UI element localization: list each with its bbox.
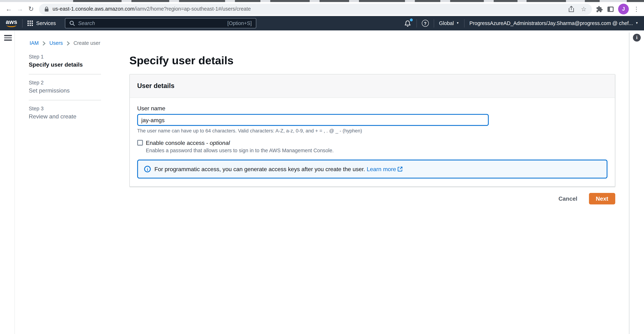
breadcrumb-iam[interactable]: IAM: [30, 40, 39, 46]
step3-label: Step 3: [29, 106, 101, 111]
account-label: ProgressAzureAD_Administrators/Jay.Sharm…: [469, 20, 633, 26]
hamburger-menu-icon[interactable]: [4, 35, 12, 42]
caret-down-icon: ▼: [456, 22, 459, 24]
url-path: /iamv2/home?region=ap-southeast-1#/users…: [134, 6, 251, 12]
panel-title: User details: [137, 82, 607, 90]
url-bar[interactable]: us-east-1.console.aws.amazon.com/iamv2/h…: [39, 4, 592, 15]
notification-dot: [410, 18, 413, 21]
cancel-button[interactable]: Cancel: [558, 196, 577, 202]
username-input[interactable]: [137, 114, 489, 126]
learn-more-link[interactable]: Learn more: [367, 166, 396, 173]
optional-flag: optional: [210, 139, 230, 146]
step2-label: Step 2: [29, 80, 101, 85]
share-icon[interactable]: [568, 6, 574, 13]
browser-menu-icon[interactable]: ⋮: [634, 6, 639, 13]
info-alert: i For programmatic access, you can gener…: [137, 160, 607, 179]
wizard-steps: Step 1 Specify user details Step 2 Set p…: [29, 54, 101, 120]
forward-icon[interactable]: →: [14, 2, 26, 16]
breadcrumb: IAM Users Create user: [30, 40, 100, 46]
username-label: User name: [137, 105, 607, 112]
side-rail: [0, 30, 15, 334]
aws-search-input[interactable]: Search [Option+S]: [65, 18, 256, 29]
alert-text: For programmatic access, you can generat…: [154, 166, 403, 173]
aws-logo[interactable]: aws: [6, 19, 17, 27]
panel-body: User name The user name can have up to 6…: [130, 105, 615, 187]
browser-toolbar: ← → ↻ us-east-1.console.aws.amazon.com/i…: [0, 2, 644, 16]
console-access-checkbox[interactable]: [137, 140, 143, 145]
step1-title: Specify user details: [29, 61, 101, 68]
info-icon: i: [144, 166, 151, 173]
side-panel-icon[interactable]: [608, 6, 614, 12]
step1-label: Step 1: [29, 54, 101, 60]
username-hint: The user name can have up to 64 characte…: [137, 128, 607, 134]
aws-top-nav: aws Services Search [Option+S] ? Global …: [0, 16, 644, 30]
search-shortcut: [Option+S]: [227, 20, 252, 26]
aws-nav-right: ? Global ▼ ProgressAzureAD_Administrator…: [404, 19, 638, 27]
account-menu[interactable]: ProgressAzureAD_Administrators/Jay.Sharm…: [469, 20, 638, 26]
bookmark-star-icon[interactable]: ☆: [581, 6, 586, 13]
external-link-icon: [398, 167, 403, 172]
step3-title[interactable]: Review and create: [29, 113, 101, 120]
page-title: Specify user details: [130, 54, 615, 67]
url-host: us-east-1.console.aws.amazon.com: [53, 6, 134, 12]
page-content: i IAM Users Create user Step 1 Specify u…: [0, 30, 644, 334]
console-access-description: Enables a password that allows users to …: [146, 148, 607, 153]
breadcrumb-users[interactable]: Users: [50, 40, 63, 46]
region-selector[interactable]: Global ▼: [439, 20, 459, 26]
reload-icon[interactable]: ↻: [26, 2, 37, 16]
screen: ← → ↻ us-east-1.console.aws.amazon.com/i…: [0, 0, 644, 334]
search-icon: [69, 21, 75, 26]
step2-title[interactable]: Set permissions: [29, 87, 101, 94]
browser-actions: J ⋮: [596, 4, 641, 15]
chevron-right-icon: [66, 41, 70, 45]
help-icon[interactable]: ?: [422, 20, 429, 27]
browser-profile-avatar[interactable]: J: [618, 4, 629, 15]
search-placeholder: Search: [78, 20, 95, 26]
caret-down-icon: ▼: [636, 22, 638, 24]
url-text: us-east-1.console.aws.amazon.com/iamv2/h…: [53, 6, 251, 12]
scrollbar-track[interactable]: [629, 33, 630, 334]
services-grid-icon: [28, 21, 33, 26]
lock-icon: [44, 6, 49, 12]
main-column: Specify user details User details User n…: [130, 54, 615, 204]
user-details-panel: User details User name The user name can…: [130, 74, 615, 187]
panel-header: User details: [130, 75, 615, 98]
notifications-bell-icon[interactable]: [404, 20, 412, 27]
back-icon[interactable]: ←: [3, 2, 14, 16]
chevron-right-icon: [42, 41, 46, 45]
console-access-label[interactable]: Enable console access - optional: [146, 139, 230, 146]
extensions-puzzle-icon[interactable]: [596, 6, 603, 13]
info-panel-toggle-icon[interactable]: i: [633, 34, 640, 41]
aws-smile-swoosh: [7, 25, 16, 27]
next-button[interactable]: Next: [589, 193, 615, 204]
services-menu[interactable]: Services: [36, 20, 56, 26]
browser-tab-strip: [0, 0, 644, 2]
breadcrumb-current: Create user: [74, 40, 100, 46]
console-access-row: Enable console access - optional: [137, 139, 607, 146]
wizard-actions: Cancel Next: [130, 193, 615, 204]
